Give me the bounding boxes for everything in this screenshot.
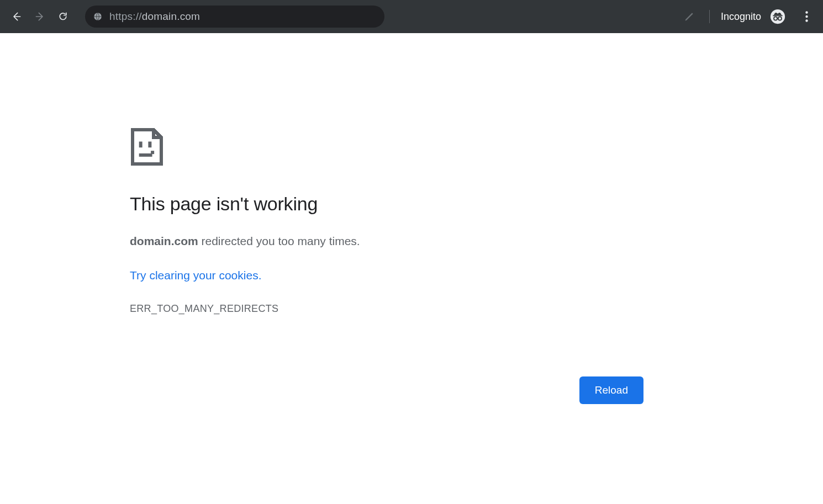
svg-rect-9 xyxy=(148,141,151,147)
reload-icon xyxy=(57,11,68,22)
arrow-right-icon xyxy=(34,11,45,22)
separator xyxy=(709,10,710,23)
url-text: https://domain.com xyxy=(109,10,200,23)
reload-page-button[interactable]: Reload xyxy=(579,376,643,404)
error-description: domain.com redirected you too many times… xyxy=(130,235,643,248)
svg-rect-2 xyxy=(773,15,783,16)
incognito-label: Incognito xyxy=(721,11,761,23)
reload-button[interactable] xyxy=(53,7,73,26)
svg-point-7 xyxy=(805,19,808,22)
globe-icon xyxy=(93,12,103,22)
svg-point-1 xyxy=(771,9,785,24)
svg-rect-10 xyxy=(139,153,152,157)
browser-toolbar: https://domain.com Incognito xyxy=(0,0,823,33)
error-title: This page isn't working xyxy=(130,193,643,215)
forward-button xyxy=(30,7,50,26)
svg-point-6 xyxy=(805,15,808,18)
error-desc-suffix: redirected you too many times. xyxy=(198,235,360,247)
svg-rect-8 xyxy=(139,141,143,147)
browser-menu-button[interactable] xyxy=(796,7,816,26)
error-host: domain.com xyxy=(130,235,198,247)
svg-rect-11 xyxy=(151,151,154,154)
page-content: This page isn't working domain.com redir… xyxy=(0,33,823,315)
clear-cookies-link[interactable]: Try clearing your cookies. xyxy=(130,269,261,282)
more-vert-icon xyxy=(805,11,808,22)
url-scheme: https:// xyxy=(109,10,142,22)
arrow-left-icon xyxy=(11,11,22,22)
error-interstitial: This page isn't working domain.com redir… xyxy=(130,127,643,315)
address-bar[interactable]: https://domain.com xyxy=(85,6,384,28)
back-button[interactable] xyxy=(7,7,27,26)
pen-icon xyxy=(684,11,695,22)
sad-file-icon xyxy=(130,127,643,167)
svg-point-5 xyxy=(805,11,808,13)
url-host: domain.com xyxy=(142,10,201,22)
incognito-icon xyxy=(770,9,785,24)
error-code: ERR_TOO_MANY_REDIRECTS xyxy=(130,303,643,315)
edit-icon[interactable] xyxy=(680,8,698,25)
